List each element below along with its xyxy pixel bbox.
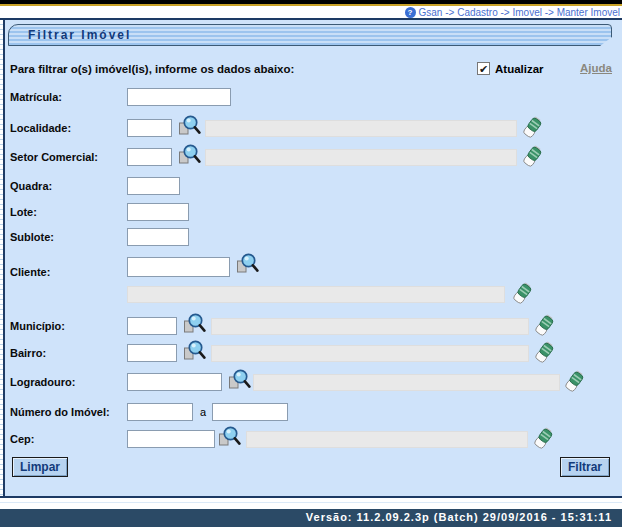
- eraser-icon[interactable]: [511, 280, 535, 307]
- bairro-display: [211, 345, 529, 362]
- version-footer-bar: Versão: 11.2.09.2.3p (Batch) 29/09/2016 …: [0, 509, 622, 527]
- version-text: Versão: 11.2.09.2.3p (Batch) 29/09/2016 …: [306, 511, 612, 523]
- cep-input[interactable]: [127, 430, 215, 448]
- eraser-icon[interactable]: [521, 143, 545, 170]
- cliente-input[interactable]: [127, 257, 230, 277]
- ajuda-link[interactable]: Ajuda: [580, 62, 612, 74]
- setor-comercial-row: Setor Comercial:: [0, 147, 622, 169]
- page-title-bar: Filtrar Imóvel: [8, 24, 612, 46]
- localidade-row: Localidade:: [0, 118, 622, 140]
- breadcrumb: ? Gsan -> Cadastro -> Imovel -> Manter I…: [0, 6, 622, 18]
- matricula-label: Matrícula:: [10, 91, 62, 103]
- numero-imovel-label: Número do Imóvel:: [10, 406, 110, 418]
- atualizar-label: Atualizar: [495, 63, 544, 75]
- lote-row: Lote:: [0, 202, 622, 224]
- localidade-display: [205, 120, 517, 137]
- eraser-icon[interactable]: [532, 425, 556, 452]
- limpar-button[interactable]: Limpar: [12, 457, 68, 477]
- eraser-icon[interactable]: [563, 368, 587, 395]
- search-icon[interactable]: [183, 312, 207, 339]
- localidade-label: Localidade:: [10, 122, 71, 134]
- logradouro-display: [253, 374, 560, 391]
- municipio-row: Município:: [0, 316, 622, 338]
- setor-comercial-display: [205, 149, 517, 166]
- localidade-input[interactable]: [127, 119, 172, 137]
- range-separator: a: [200, 406, 206, 418]
- municipio-input[interactable]: [127, 317, 177, 335]
- logradouro-label: Logradouro:: [10, 376, 75, 388]
- sublote-input[interactable]: [127, 228, 189, 246]
- breadcrumb-text: Gsan -> Cadastro -> Imovel -> Manter Imo…: [419, 7, 620, 18]
- filtrar-button[interactable]: Filtrar: [560, 457, 610, 477]
- municipio-display: [211, 318, 529, 335]
- matricula-row: Matrícula:: [0, 87, 622, 109]
- search-icon[interactable]: [218, 425, 242, 452]
- numero-imovel-to-input[interactable]: [212, 403, 288, 421]
- bottom-gap: [0, 500, 622, 509]
- gsan-window: ? Gsan -> Cadastro -> Imovel -> Manter I…: [0, 0, 622, 527]
- search-icon[interactable]: [236, 252, 260, 279]
- cliente-label: Cliente:: [10, 266, 50, 278]
- bairro-input[interactable]: [127, 344, 177, 362]
- filter-form-panel: Filtrar Imóvel Para filtrar o(s) imóvel(…: [0, 20, 622, 498]
- bairro-row: Bairro:: [0, 343, 622, 365]
- numero-imovel-row: Número do Imóvel: a: [0, 402, 622, 424]
- search-icon[interactable]: [178, 114, 202, 141]
- lote-input[interactable]: [127, 203, 189, 221]
- cep-display: [246, 431, 528, 448]
- sublote-label: Sublote:: [10, 231, 54, 243]
- cliente-display: [127, 286, 505, 303]
- bairro-label: Bairro:: [10, 347, 46, 359]
- logradouro-row: Logradouro:: [0, 372, 622, 394]
- cliente-display-row: [0, 284, 622, 306]
- quadra-input[interactable]: [127, 177, 180, 195]
- page-title: Filtrar Imóvel: [9, 25, 611, 46]
- cep-label: Cep:: [10, 433, 34, 445]
- quadra-label: Quadra:: [10, 180, 52, 192]
- setor-comercial-label: Setor Comercial:: [10, 151, 98, 163]
- matricula-input[interactable]: [127, 88, 231, 106]
- quadra-row: Quadra:: [0, 176, 622, 198]
- cep-row: Cep:: [0, 429, 622, 451]
- search-icon[interactable]: [178, 143, 202, 170]
- atualizar-checkbox[interactable]: ✔: [477, 62, 490, 75]
- checkmark-icon: ✔: [478, 63, 489, 75]
- search-icon[interactable]: [228, 368, 252, 395]
- question-badge-icon: ?: [405, 7, 416, 18]
- logradouro-input[interactable]: [127, 373, 222, 391]
- search-icon[interactable]: [183, 339, 207, 366]
- cliente-row: Cliente:: [0, 256, 622, 278]
- municipio-label: Município:: [10, 320, 65, 332]
- numero-imovel-from-input[interactable]: [127, 403, 193, 421]
- intro-row: Para filtrar o(s) imóvel(is), informe os…: [0, 60, 622, 80]
- lote-label: Lote:: [10, 206, 37, 218]
- sublote-row: Sublote:: [0, 227, 622, 249]
- eraser-icon[interactable]: [521, 114, 545, 141]
- instruction-text: Para filtrar o(s) imóvel(is), informe os…: [10, 63, 294, 75]
- eraser-icon[interactable]: [533, 339, 557, 366]
- eraser-icon[interactable]: [533, 312, 557, 339]
- setor-comercial-input[interactable]: [127, 148, 172, 166]
